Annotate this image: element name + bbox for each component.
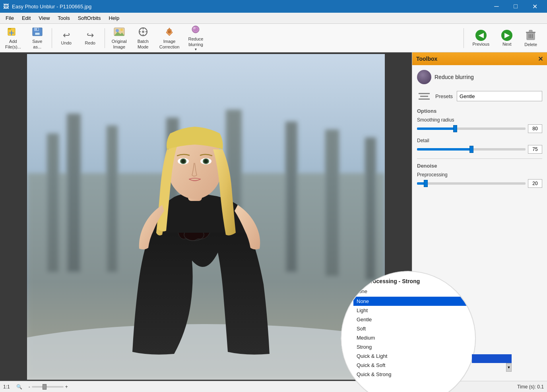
zoom-search-icon: 🔍 xyxy=(16,384,22,390)
menu-tools[interactable]: Tools xyxy=(54,14,74,23)
dropdown-item-gentle[interactable]: Gentle xyxy=(353,315,470,324)
main-area: ◀ ▶ Toolbox ✕ Reduce blurring xyxy=(0,52,547,381)
preprocessing-value[interactable]: 20 xyxy=(528,179,542,188)
image-correction-label1: Image xyxy=(163,39,176,44)
add-files-button[interactable]: Add File(s)... xyxy=(2,25,25,51)
photo-svg xyxy=(27,54,385,380)
next-label: Next xyxy=(502,42,512,46)
detail-thumb[interactable] xyxy=(469,146,473,153)
add-files-label1: Add xyxy=(9,39,17,44)
svg-point-17 xyxy=(142,31,144,33)
image-correction-button[interactable]: Image Correction xyxy=(156,25,183,51)
svg-rect-35 xyxy=(285,122,297,272)
time-status: Time (s): 0.1 xyxy=(517,384,544,390)
dropdown-item-quick-light[interactable]: Quick & Light xyxy=(353,351,470,361)
reduce-blurring-section-icon xyxy=(417,70,431,84)
delete-button[interactable]: Delete xyxy=(519,25,542,51)
svg-point-18 xyxy=(168,30,171,33)
pp-controls-right: 70 ▼ xyxy=(480,271,512,372)
dropdown-item-strong[interactable]: Strong xyxy=(353,342,470,351)
minimize-button[interactable]: ─ xyxy=(487,0,506,13)
svg-rect-3 xyxy=(11,31,12,35)
next-icon: ▶ xyxy=(501,30,512,41)
redo-icon: ↪ xyxy=(87,31,94,40)
toolbox-title: Toolbox xyxy=(416,56,437,62)
original-image-button[interactable]: Original Image xyxy=(108,25,130,51)
svg-point-38 xyxy=(27,324,385,380)
dropdown-item-none[interactable]: None xyxy=(353,297,470,306)
smoothing-radius-wrap: 80 xyxy=(417,124,542,133)
previous-icon: ◀ xyxy=(475,30,487,41)
presets-row: Presets Gentle Light Medium Strong xyxy=(417,89,542,103)
svg-rect-37 xyxy=(365,137,376,280)
menu-softorbits[interactable]: SoftOrbits xyxy=(74,14,105,23)
toolbox-panel: Toolbox ✕ Reduce blurring Presets xyxy=(412,52,547,381)
toolbar: Add File(s)... Save as... ↩ Undo ↪ Redo xyxy=(0,24,547,52)
close-button[interactable]: ✕ xyxy=(526,0,544,13)
undo-button[interactable]: ↩ Undo xyxy=(55,25,78,51)
svg-rect-36 xyxy=(325,129,339,276)
menu-file[interactable]: File xyxy=(2,14,18,23)
dropdown-item-quick-soft[interactable]: Quick & Soft xyxy=(353,361,470,370)
presets-select[interactable]: Gentle Light Medium Strong xyxy=(457,91,542,101)
batch-mode-button[interactable]: Batch Mode xyxy=(132,25,154,51)
zoom-icon: 🔍 xyxy=(16,384,22,390)
undo-label: Undo xyxy=(61,41,72,45)
save-icon xyxy=(32,27,43,38)
dropdown-item-quick-strong[interactable]: Quick & Strong xyxy=(353,370,470,379)
batch-mode-label1: Batch xyxy=(138,39,149,44)
redo-button[interactable]: ↪ Redo xyxy=(79,25,101,51)
zoom-slider-min[interactable]: - xyxy=(29,384,30,390)
zoom-slider[interactable]: - + xyxy=(29,384,68,390)
svg-rect-1 xyxy=(8,28,11,29)
toolbar-separator-1 xyxy=(52,28,52,48)
save-as-button[interactable]: Save as... xyxy=(26,25,48,51)
dropdown-circle-container: Post Processing - Strong None None Light… xyxy=(341,271,512,392)
reduce-blurring-label1: Reduce xyxy=(188,37,204,41)
dropdown-item-soft[interactable]: Soft xyxy=(353,324,470,333)
batch-mode-label2: Mode xyxy=(138,44,149,49)
undo-icon: ↩ xyxy=(63,31,70,40)
dropdown-item-light[interactable]: Light xyxy=(353,306,470,315)
save-as-label1: Save xyxy=(32,39,42,44)
svg-rect-30 xyxy=(47,133,59,272)
dropdown-circle: Post Processing - Strong None None Light… xyxy=(341,271,476,392)
zoom-slider-track[interactable] xyxy=(32,386,64,388)
add-files-label2: File(s)... xyxy=(5,44,21,49)
smoothing-radius-value[interactable]: 80 xyxy=(528,124,542,133)
preprocessing-thumb[interactable] xyxy=(424,180,428,187)
zoom-slider-max[interactable]: + xyxy=(65,384,68,390)
zoom-slider-thumb[interactable] xyxy=(43,384,47,390)
preprocessing-track[interactable] xyxy=(417,182,526,185)
reduce-blurring-button[interactable]: Reduce blurring ▼ xyxy=(184,25,207,51)
smoothing-radius-track[interactable] xyxy=(417,127,526,130)
previous-button[interactable]: ◀ Previous xyxy=(467,25,495,51)
detail-label: Detail xyxy=(417,138,542,143)
next-button[interactable]: ▶ Next xyxy=(496,25,518,51)
image-correction-label2: Correction xyxy=(159,44,180,49)
pp-dropdown-arrow[interactable]: ▼ xyxy=(506,363,512,372)
original-image-label2: Image xyxy=(113,44,125,49)
detail-track[interactable] xyxy=(417,148,526,151)
title-bar: 🖼 Easy Photo Unblur - P1100665.jpg ─ □ ✕ xyxy=(0,0,547,13)
menu-edit[interactable]: Edit xyxy=(18,14,35,23)
original-image-icon xyxy=(114,27,125,38)
dropdown-item-medium[interactable]: Medium xyxy=(353,333,470,342)
delete-icon xyxy=(525,29,536,41)
smoothing-radius-thumb[interactable] xyxy=(453,125,457,132)
svg-point-47 xyxy=(204,159,208,163)
presets-label: Presets xyxy=(435,93,453,99)
menu-view[interactable]: View xyxy=(35,14,54,23)
maximize-button[interactable]: □ xyxy=(506,0,525,13)
detail-value[interactable]: 75 xyxy=(528,145,542,154)
detail-row: Detail 75 xyxy=(417,138,542,154)
menu-help[interactable]: Help xyxy=(105,14,123,23)
toolbox-close-button[interactable]: ✕ xyxy=(538,55,543,63)
preset-line-1 xyxy=(419,93,430,94)
app-title: Easy Photo Unblur - P1100665.jpg xyxy=(12,4,91,10)
preprocessing-label: Preprocessing xyxy=(417,172,542,178)
dropdown-inner: Post Processing - Strong None None Light… xyxy=(341,272,475,382)
preprocessing-wrap: 20 xyxy=(417,179,542,188)
svg-point-44 xyxy=(181,159,185,163)
svg-rect-6 xyxy=(35,33,40,35)
